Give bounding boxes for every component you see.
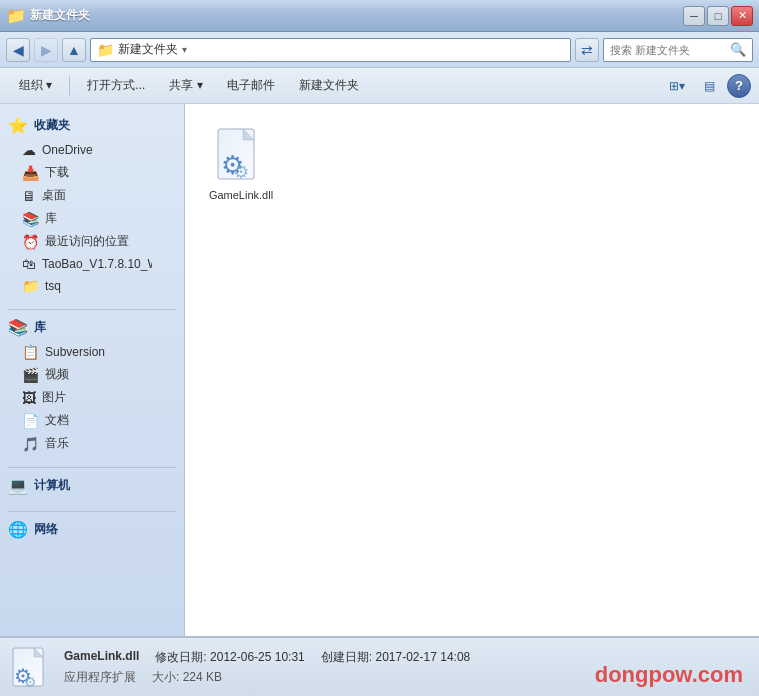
- back-button[interactable]: ◀: [6, 38, 30, 62]
- file-page-svg: ⚙ ⚙: [217, 128, 263, 184]
- file-item-gamelink[interactable]: ⚙ ⚙ GameLink.dll: [201, 120, 281, 210]
- onedrive-icon: ☁: [22, 142, 36, 158]
- library-fav-icon: 📚: [22, 211, 39, 227]
- window-title: 新建文件夹: [30, 7, 90, 24]
- email-button[interactable]: 电子邮件: [216, 72, 286, 100]
- sidebar-item-desktop[interactable]: 🖥 桌面: [0, 184, 184, 207]
- sidebar-item-tsq-label: tsq: [45, 279, 61, 293]
- sidebar-item-video[interactable]: 🎬 视频: [0, 363, 184, 386]
- sidebar-item-subversion[interactable]: 📋 Subversion: [0, 341, 184, 363]
- sidebar-item-downloads[interactable]: 📥 下载: [0, 161, 184, 184]
- sidebar-item-pictures-label: 图片: [42, 389, 66, 406]
- computer-label: 计算机: [34, 477, 70, 494]
- view-arrow-icon: ▾: [679, 79, 685, 93]
- status-created-value: 2017-02-17 14:08: [375, 650, 470, 664]
- address-path-text: 新建文件夹: [118, 41, 178, 58]
- sidebar-item-recent-label: 最近访问的位置: [45, 233, 129, 250]
- toolbar: 组织 ▾ 打开方式... 共享 ▾ 电子邮件 新建文件夹 ⊞ ▾ ▤ ?: [0, 68, 759, 104]
- sidebar-item-documents[interactable]: 📄 文档: [0, 409, 184, 432]
- sidebar-item-pictures[interactable]: 🖼 图片: [0, 386, 184, 409]
- status-modified: 修改日期: 2012-06-25 10:31: [155, 649, 304, 666]
- sidebar-divider-3: [8, 511, 176, 512]
- sidebar-item-library-fav[interactable]: 📚 库: [0, 207, 184, 230]
- status-created-label: 创建日期:: [321, 650, 372, 664]
- minimize-button[interactable]: ─: [683, 6, 705, 26]
- close-button[interactable]: ✕: [731, 6, 753, 26]
- library-label: 库: [34, 319, 46, 336]
- favorites-icon: ⭐: [8, 116, 28, 135]
- status-created: 创建日期: 2017-02-17 14:08: [321, 649, 470, 666]
- status-modified-value: 2012-06-25 10:31: [210, 650, 305, 664]
- main-area: ⭐ 收藏夹 ☁ OneDrive 📥 下载 🖥 桌面 📚 库 ⏰ 最近访问的位置…: [0, 104, 759, 636]
- recent-icon: ⏰: [22, 234, 39, 250]
- sidebar-divider-1: [8, 309, 176, 310]
- share-button[interactable]: 共享 ▾: [158, 72, 213, 100]
- search-icon[interactable]: 🔍: [730, 42, 746, 57]
- network-label: 网络: [34, 521, 58, 538]
- sidebar-item-taobao-label: TaoBao_V1.7.8.10_Wi: [42, 257, 152, 271]
- new-folder-button[interactable]: 新建文件夹: [288, 72, 370, 100]
- favorites-label: 收藏夹: [34, 117, 70, 134]
- tsq-icon: 📁: [22, 278, 39, 294]
- sidebar-favorites-header[interactable]: ⭐ 收藏夹: [0, 112, 184, 139]
- sidebar-item-subversion-label: Subversion: [45, 345, 105, 359]
- sidebar: ⭐ 收藏夹 ☁ OneDrive 📥 下载 🖥 桌面 📚 库 ⏰ 最近访问的位置…: [0, 104, 185, 636]
- title-controls: ─ □ ✕: [683, 6, 753, 26]
- computer-icon: 💻: [8, 476, 28, 495]
- sidebar-item-tsq[interactable]: 📁 tsq: [0, 275, 184, 297]
- path-dropdown-icon[interactable]: ▾: [182, 44, 187, 55]
- content-area: ⚙ ⚙ GameLink.dll: [185, 104, 759, 636]
- sidebar-network-header[interactable]: 🌐 网络: [0, 516, 184, 543]
- sidebar-library-header[interactable]: 📚 库: [0, 314, 184, 341]
- sidebar-gap-3: [0, 499, 184, 507]
- layout-button[interactable]: ▤: [695, 74, 723, 98]
- sidebar-computer-header[interactable]: 💻 计算机: [0, 472, 184, 499]
- organize-button[interactable]: 组织 ▾: [8, 72, 63, 100]
- sidebar-item-taobao[interactable]: 🛍 TaoBao_V1.7.8.10_Wi: [0, 253, 184, 275]
- sidebar-item-onedrive-label: OneDrive: [42, 143, 93, 157]
- title-bar: 📁 新建文件夹 ─ □ ✕: [0, 0, 759, 32]
- address-path-box[interactable]: 📁 新建文件夹 ▾: [90, 38, 571, 62]
- sidebar-item-documents-label: 文档: [45, 412, 69, 429]
- file-icon-wrapper: ⚙ ⚙: [217, 128, 265, 184]
- sidebar-item-music-label: 音乐: [45, 435, 69, 452]
- video-icon: 🎬: [22, 367, 39, 383]
- status-size-value: 224 KB: [183, 670, 222, 684]
- status-size: 大小: 224 KB: [152, 669, 222, 686]
- svg-text:⚙: ⚙: [24, 674, 37, 689]
- toolbar-right: ⊞ ▾ ▤ ?: [663, 74, 751, 98]
- sidebar-item-video-label: 视频: [45, 366, 69, 383]
- path-folder-icon: 📁: [97, 42, 114, 58]
- sidebar-item-music[interactable]: 🎵 音乐: [0, 432, 184, 455]
- help-button[interactable]: ?: [727, 74, 751, 98]
- forward-button[interactable]: ▶: [34, 38, 58, 62]
- view-toggle-button[interactable]: ⊞ ▾: [663, 74, 691, 98]
- status-modified-label: 修改日期:: [155, 650, 206, 664]
- music-icon: 🎵: [22, 436, 39, 452]
- desktop-icon: 🖥: [22, 188, 36, 204]
- refresh-button[interactable]: ⇄: [575, 38, 599, 62]
- svg-text:⚙: ⚙: [233, 162, 249, 182]
- status-bar: ⚙ ⚙ GameLink.dll 修改日期: 2012-06-25 10:31 …: [0, 636, 759, 696]
- search-input[interactable]: [610, 44, 726, 56]
- sidebar-item-onedrive[interactable]: ☁ OneDrive: [0, 139, 184, 161]
- library-icon: 📚: [8, 318, 28, 337]
- taobao-icon: 🛍: [22, 256, 36, 272]
- up-button[interactable]: ▲: [62, 38, 86, 62]
- downloads-icon: 📥: [22, 165, 39, 181]
- status-type: 应用程序扩展: [64, 669, 136, 686]
- window-icon: 📁: [6, 6, 26, 25]
- status-size-label: 大小:: [152, 670, 179, 684]
- toolbar-separator-1: [69, 76, 70, 96]
- pictures-icon: 🖼: [22, 390, 36, 406]
- subversion-icon: 📋: [22, 344, 39, 360]
- maximize-button[interactable]: □: [707, 6, 729, 26]
- open-with-button[interactable]: 打开方式...: [76, 72, 156, 100]
- view-grid-icon: ⊞: [669, 79, 679, 93]
- title-left: 📁 新建文件夹: [6, 6, 90, 25]
- sidebar-item-recent[interactable]: ⏰ 最近访问的位置: [0, 230, 184, 253]
- search-box[interactable]: 🔍: [603, 38, 753, 62]
- sidebar-gap-1: [0, 297, 184, 305]
- file-label: GameLink.dll: [209, 188, 273, 202]
- status-file-icon: ⚙ ⚙: [12, 647, 52, 687]
